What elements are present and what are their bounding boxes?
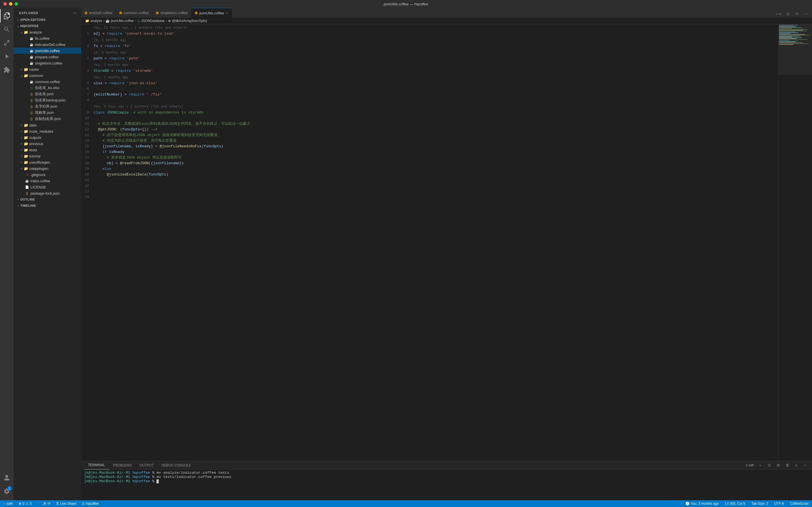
file-jsonUtils[interactable]: ☕ jsonUtils.coffee — [13, 48, 81, 54]
folder-useofficegen[interactable]: › 📁 useofficegen — [13, 159, 81, 165]
terminal-close-icon[interactable]: × — [801, 461, 809, 469]
activity-search[interactable] — [0, 22, 13, 36]
file-prepare[interactable]: ☕ prepare.coffee — [13, 54, 81, 60]
file-indicatorDef[interactable]: ☕ indicatorDef.coffee — [13, 41, 81, 48]
terminal-tab-terminal[interactable]: TERMINAL — [84, 461, 109, 469]
ln-14: 14 — [81, 138, 93, 144]
ln-8: 8 — [81, 98, 93, 103]
folder-analyze[interactable]: ⌄ 📁 analyze — [13, 29, 81, 35]
terminal-layout-icon[interactable]: ⊞ — [774, 461, 782, 469]
terminal-user-1: jk@jks-MacBook-Air-M1 — [84, 471, 130, 475]
breadcrumb-jsonUtils[interactable]: ☕ jsonUtils.coffee — [105, 19, 134, 23]
status-live-share[interactable]: ⇅ Live Share — [55, 500, 77, 507]
status-encoding[interactable]: UTF-8 — [773, 500, 785, 507]
folder-cases[interactable]: › 📁 cases — [13, 66, 81, 72]
file-singletons[interactable]: ☕ singletons.coffee — [13, 60, 81, 66]
file-gitignore[interactable]: ⬡ .gitignore — [13, 172, 81, 178]
warning-icon: ⚠ — [26, 502, 29, 506]
file-common-coffee[interactable]: ☕ common.coffee — [13, 78, 81, 85]
activity-settings[interactable]: 1 — [0, 485, 13, 498]
sidebar-header: EXPLORER ⋯ — [13, 8, 81, 17]
sidebar-actions[interactable]: ⋯ — [73, 11, 77, 15]
file-license[interactable]: 📄 LICENSE — [13, 184, 81, 190]
file-index-coffee[interactable]: ☕ index.coffee — [13, 178, 81, 184]
code-line-21: 21 — [81, 177, 778, 183]
new-file-icon[interactable]: ⋯ — [73, 11, 77, 15]
file-json2[interactable]: {} 别名库backup.json — [13, 97, 81, 103]
file-package-lock[interactable]: {} package-lock.json — [13, 190, 81, 196]
terminal-split-icon[interactable]: ⊟ — [765, 461, 773, 469]
terminal-content[interactable]: jk@jks-MacBook-Air-M1 hqcoffee % mv anal… — [81, 469, 812, 500]
tests-label: tests — [29, 148, 37, 152]
file-xlsx[interactable]: ⊞ 别名库_bu.xlsx — [13, 85, 81, 91]
terminal-tab-debug[interactable]: DEBUG CONSOLE — [158, 461, 195, 469]
activity-explorer[interactable] — [0, 9, 13, 22]
close-button[interactable] — [3, 2, 7, 6]
warning-count: 0 — [30, 502, 32, 506]
tab-testSelf[interactable]: testSelf.coffee — [81, 8, 116, 18]
breadcrumb-JSONDatabase-label: JSONDatabase — [141, 19, 165, 23]
blame-header-4: You, 3 months ago — [81, 61, 778, 68]
window-controls[interactable] — [3, 2, 18, 6]
open-changes-icon[interactable]: ⊡ — [784, 10, 792, 18]
folder-usepptxgen-icon: 📁 — [24, 166, 28, 171]
activity-source-control[interactable] — [0, 36, 13, 50]
editor-main[interactable]: You, 12 hours ago | 2 authors (You and o… — [81, 24, 778, 461]
tab-jsonUtils[interactable]: jsonUtils.coffee × — [192, 8, 232, 18]
breadcrumb-analyze[interactable]: 📁 analyze — [85, 19, 102, 23]
terminal-trash-icon[interactable]: 🗑 — [783, 461, 791, 469]
lc-5: xlsx = require 'json-as-xlsx' — [93, 80, 778, 86]
folder-tutorial[interactable]: › 📁 tutorial — [13, 153, 81, 159]
common-arrow: ⌄ — [19, 73, 24, 78]
folder-outputs[interactable]: › 📁 outputs — [13, 134, 81, 140]
folder-data[interactable]: › 📁 data — [13, 122, 81, 128]
file-fix-coffee[interactable]: ☕ fix.coffee — [13, 35, 81, 41]
tab-singletons-label: singletons.coffee — [160, 11, 188, 15]
status-user[interactable]: 👤 JK ⟳ — [36, 500, 52, 507]
project-root[interactable]: ⌄ HQCOFFEE — [13, 23, 81, 29]
activity-run[interactable] — [0, 50, 13, 63]
terminal-prompt-symbol-2: % mv tests/indicator.coffee previous — [152, 475, 232, 479]
terminal-tab-problems[interactable]: PROBLEMS — [109, 461, 136, 469]
file-json3[interactable]: {} 名字ID库.json — [13, 103, 81, 110]
maximize-button[interactable] — [15, 2, 18, 6]
split-editor-icon[interactable]: ⟼ — [775, 10, 783, 18]
terminal-add-icon[interactable]: ＋ — [756, 461, 764, 469]
status-repo[interactable]: ⊡ hqcoffee — [81, 500, 100, 507]
breadcrumb-jsonUtils-label: jsonUtils.coffee — [111, 19, 134, 23]
open-editors-label: OPEN EDITORS — [20, 18, 46, 21]
breadcrumb-JSONDatabase[interactable]: ⬡ JSONDatabase — [137, 19, 165, 23]
analyze-label: analyze — [29, 30, 42, 34]
terminal-chevron-up-icon[interactable]: ∧ — [792, 461, 800, 469]
timeline-icon[interactable]: ⟲ — [793, 10, 801, 18]
prepare-label: prepare.coffee — [35, 55, 59, 59]
folder-previous[interactable]: › 📁 previous — [13, 140, 81, 147]
file-json1[interactable]: {} 别名库.json — [13, 91, 81, 97]
outline-section[interactable]: › OUTLINE — [13, 196, 81, 203]
folder-common[interactable]: ⌄ 📁 common — [13, 72, 81, 78]
status-git-info[interactable]: 🕐 You, 3 months ago — [684, 500, 720, 507]
breadcrumb-method[interactable]: ⊕ @dbAsArray(funcOpts) — [168, 19, 207, 23]
more-actions-icon[interactable]: ⋯ — [802, 10, 810, 18]
minimize-button[interactable] — [9, 2, 12, 6]
file-json5[interactable]: {} 自制别名库.json — [13, 116, 81, 122]
status-language[interactable]: CoffeeScript — [789, 500, 810, 507]
timeline-section[interactable]: › TIMELINE — [13, 203, 81, 209]
status-errors[interactable]: ⊗ 0 ⚠ 0 — [17, 500, 33, 507]
folder-node-modules[interactable]: › 📁 node_modules — [13, 128, 81, 134]
folder-tests[interactable]: › 📁 tests — [13, 147, 81, 153]
open-editors-section[interactable]: › OPEN EDITORS — [13, 17, 81, 23]
activity-accounts[interactable] — [0, 471, 13, 485]
folder-usepptxgen[interactable]: › 📁 usepptxgen — [13, 165, 81, 172]
mini-l15 — [779, 37, 792, 37]
status-tab-size[interactable]: Tab Size: 2 — [750, 500, 769, 507]
status-branch[interactable]: ⑁ safe — [2, 500, 14, 507]
tab-singletons[interactable]: singletons.coffee — [153, 8, 192, 18]
file-json4[interactable]: {} 简称库.json — [13, 110, 81, 116]
tab-common[interactable]: common.coffee — [116, 8, 153, 18]
terminal-path-2: hqcoffee — [133, 475, 150, 479]
tab-close-icon[interactable]: × — [226, 11, 228, 15]
activity-extensions[interactable] — [0, 63, 13, 76]
terminal-tab-output[interactable]: OUTPUT — [136, 461, 157, 469]
status-position[interactable]: Ln 300, Col 5 — [724, 500, 746, 507]
